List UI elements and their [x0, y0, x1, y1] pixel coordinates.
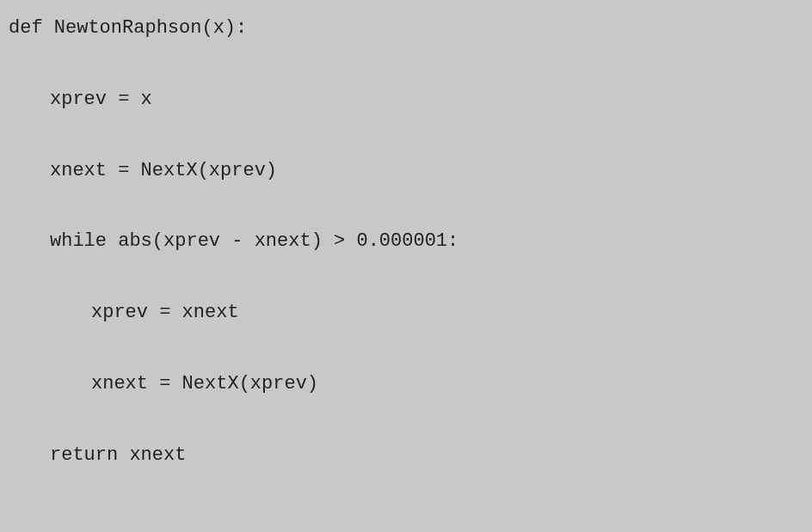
code-line-return: return xnext [9, 444, 803, 467]
code-line-assign-xprev: xprev = x [9, 89, 803, 111]
code-line-assign-xnext: xnext = NextX(xprev) [9, 160, 803, 182]
code-line-loop-xnext: xnext = NextX(xprev) [9, 373, 803, 395]
code-line-loop-xprev: xprev = xnext [9, 302, 803, 324]
code-line-while: while abs(xprev - xnext) > 0.000001: [9, 230, 803, 253]
code-line-def: def NewtonRaphson(x): [9, 17, 803, 40]
code-block: def NewtonRaphson(x): xprev = x xnext = … [9, 17, 803, 532]
